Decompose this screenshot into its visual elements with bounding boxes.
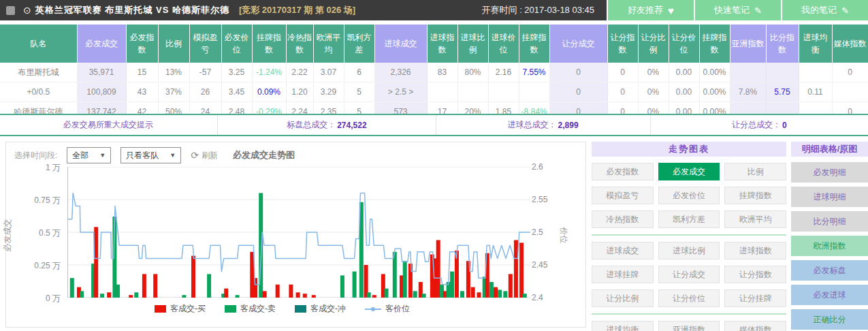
odds-column-header[interactable]: 让分价位 [669,25,699,63]
right-axis-tick: 2.6 [532,162,562,172]
select-checkbox[interactable] [6,6,15,15]
odds-cell: 0.00% [699,82,730,102]
odds-column-header[interactable]: 挂牌指数 [519,25,549,63]
team-filter-select[interactable]: 只看客队 ▼ [120,147,181,163]
odds-column-header[interactable]: 进球成交 [374,25,427,63]
trend-chart-button[interactable]: 冷热指数 [592,210,654,228]
pencil-icon: ✎ [841,5,849,16]
odds-column-header[interactable]: 让分指数 [607,25,638,63]
odds-column-header[interactable]: 进球均衡 [799,25,832,63]
topbar-button-label: 快速笔记 [714,4,750,16]
odds-cell: 5 [344,82,374,102]
legend-label: 客成交-冲 [310,303,346,315]
legend-item[interactable]: 客价位 [365,303,410,315]
odds-column-header[interactable]: 必发价位 [221,25,252,63]
trend-chart-button[interactable]: 必发成交 [658,163,720,180]
trend-panel: 走势图表 必发指数必发成交比例模拟盈亏必发价位挂牌指数冷热指数凯利方差欧洲平均进… [592,142,786,326]
trend-chart-button[interactable]: 让分挂牌 [724,289,786,307]
trend-chart-button[interactable]: 进球均衡 [592,321,654,331]
left-axis-title: 必发成交 [2,219,14,252]
divider [592,234,786,236]
trend-chart-button[interactable]: 进球比例 [658,242,720,259]
detail-button[interactable]: 欧洲指数 [791,236,868,256]
trend-chart-button[interactable]: 进球指数 [724,242,786,259]
odds-column-header[interactable]: 比分指数 [766,25,799,63]
summary-label: 进球总成交： [508,119,557,131]
trend-chart-button[interactable]: 进球挂牌 [592,266,654,283]
team-name-cell: +0/0.5 [0,82,77,102]
trend-chart-button[interactable]: 亚洲指数 [658,321,720,331]
trend-chart [67,167,530,298]
topbar-button-1[interactable]: 好友推荐♥ [607,0,694,20]
trend-chart-button[interactable]: 模拟盈亏 [592,187,654,204]
trend-chart-button[interactable]: 让分价位 [658,289,720,307]
topbar-button-2[interactable]: 快速笔记✎ [694,0,781,20]
odds-table-row: +0/0.5100,8094337%263.450.09%1.203.295> … [0,82,868,102]
left-axis-tick: 0.25 万 [18,260,61,272]
summary-item: 必发交易所重大成交提示 [0,115,217,135]
time-range-select[interactable]: 全部 ▼ [67,147,111,163]
chart-panel: 选择时间段: 全部 ▼ 只看客队 ▼ ⟳ 刷新 必发成交走势图 必发成交 价位 … [5,142,586,328]
topbar-button-3[interactable]: 我的笔记✎ [781,0,868,20]
kickoff-time: 开赛时间 : 2017-03-18 03:45 [482,4,607,16]
detail-button[interactable]: 进球明细 [791,187,868,207]
trend-chart-button[interactable]: 欧洲平均 [724,210,786,228]
odds-column-header[interactable]: 进球指数 [427,25,457,63]
refresh-label: 刷新 [202,150,218,161]
odds-column-header[interactable]: 亚洲指数 [730,25,766,63]
odds-column-header[interactable]: 必发成交 [77,25,126,63]
legend-label: 客成交-卖 [240,303,276,315]
odds-column-header[interactable]: 必发指数 [126,25,158,63]
trend-chart-button[interactable]: 进球成交 [592,242,654,259]
trend-chart-button[interactable]: 媒体指数 [724,321,786,331]
odds-cell: 0.00 [669,63,699,82]
odds-column-header[interactable]: 队名 [0,25,77,63]
summary-item: 标盘总成交：274,522 [217,115,435,135]
odds-column-header[interactable]: 凯利方差 [344,25,374,63]
team-filter-value: 只看客队 [126,150,159,161]
odds-column-header[interactable]: 让分比例 [638,25,669,63]
odds-cell: 1.20 [286,82,313,102]
detail-button[interactable]: 必发进球 [791,285,868,305]
left-axis-tick: 0.75 万 [18,195,61,206]
odds-column-header[interactable]: 欧洲平均 [313,25,344,63]
detail-button[interactable]: 正确比分 [791,309,868,330]
odds-column-header[interactable]: 进球比例 [457,25,488,63]
summary-label: 标盘总成交： [287,119,336,131]
odds-cell: 37% [158,82,189,102]
detail-button[interactable]: 必发明细 [791,162,868,183]
trend-chart-button[interactable]: 让分成交 [658,266,720,283]
odds-column-header[interactable]: 比例 [158,25,189,63]
trend-chart-button[interactable]: 凯利方差 [658,210,720,228]
odds-table: 队名必发成交必发指数比例模拟盈亏必发价位挂牌指数冷热指数欧洲平均凯利方差进球成交… [0,25,868,122]
odds-cell: 100,809 [77,82,126,102]
trend-chart-button[interactable]: 让分比例 [592,289,654,307]
trend-chart-button[interactable]: 必发价位 [658,187,720,204]
odds-cell [832,82,868,102]
odds-cell [799,63,832,82]
trend-chart-button[interactable]: 必发指数 [592,163,654,180]
detail-button[interactable]: 必发标盘 [791,260,868,281]
trend-chart-button[interactable]: 挂牌指数 [724,187,786,204]
odds-column-header[interactable]: 挂牌指数 [252,25,286,63]
divider [592,313,786,315]
odds-column-header[interactable]: 让分成交 [549,25,607,63]
legend-item[interactable]: 客成交-买 [155,303,206,315]
summary-value: 2,899 [558,121,579,130]
odds-table-row: 布里斯托城35,9711513%-573.25-1.24%2.223.0762,… [0,63,868,82]
odds-column-header[interactable]: 冷热指数 [286,25,313,63]
odds-column-header[interactable]: 媒体指数 [832,25,868,63]
detail-button[interactable]: 比分明细 [791,211,868,232]
odds-column-header[interactable]: 模拟盈亏 [189,25,221,63]
summary-item: 让分总成交：0 [650,115,868,135]
summary-value: 274,522 [337,121,366,130]
legend-item[interactable]: 客成交-冲 [295,303,346,315]
trend-chart-button[interactable]: 让分指数 [724,266,786,283]
odds-column-header[interactable]: 挂牌指数 [699,25,730,63]
right-axis-tick: 2.5 [532,227,562,237]
refresh-button[interactable]: ⟳ 刷新 [191,150,218,161]
odds-cell: 0 [832,63,868,82]
trend-chart-button[interactable]: 比例 [724,163,786,180]
legend-item[interactable]: 客成交-卖 [225,303,276,315]
odds-column-header[interactable]: 进球价位 [488,25,519,63]
